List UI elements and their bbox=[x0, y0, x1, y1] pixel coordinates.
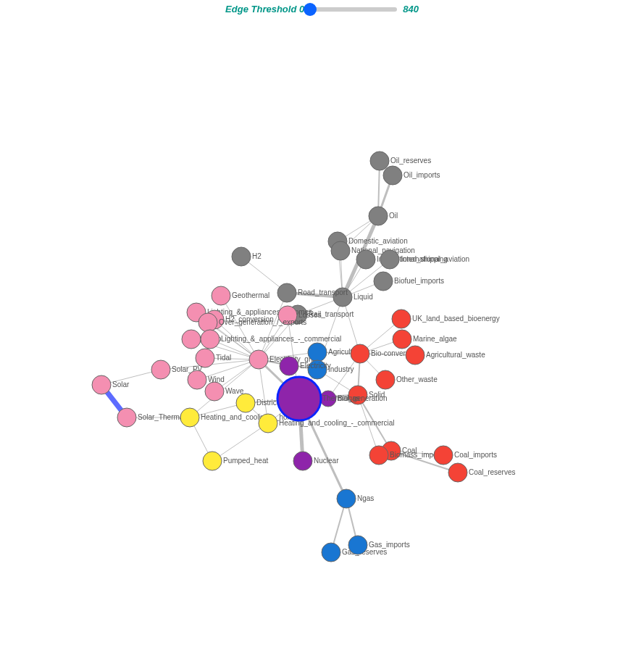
node-label: Agricultural_waste bbox=[426, 351, 485, 359]
node-label: Oil_imports bbox=[403, 171, 440, 179]
node-label: Solid bbox=[369, 391, 385, 399]
node-Agriculture[interactable] bbox=[308, 343, 327, 362]
node-H2[interactable] bbox=[232, 247, 251, 266]
node-Coal_imports[interactable] bbox=[434, 446, 453, 465]
node-label: Oil bbox=[389, 212, 398, 220]
node-Oil_imports[interactable] bbox=[383, 166, 402, 185]
node-Solid[interactable] bbox=[348, 386, 367, 404]
node-Lighting_&_appliances_-_commercial[interactable] bbox=[201, 330, 219, 349]
node-Electricity[interactable] bbox=[280, 357, 298, 375]
node-Thermal_generation[interactable] bbox=[277, 377, 321, 420]
node-label: UK_land_based_bioenergy bbox=[412, 315, 500, 323]
node-Solar_PV[interactable] bbox=[151, 360, 170, 379]
node-Oil_reserves[interactable] bbox=[370, 151, 389, 170]
node-label: Coal_imports bbox=[454, 451, 497, 459]
node-Biogas[interactable] bbox=[320, 391, 336, 407]
node-District_heating[interactable] bbox=[236, 394, 255, 412]
node-Wind[interactable] bbox=[188, 370, 206, 389]
node-Heating_and_cooling_-_commercial[interactable] bbox=[259, 414, 277, 433]
node-label: Coal_reserves bbox=[469, 468, 515, 476]
node-label: H2_conversion bbox=[225, 315, 274, 323]
node-label: Solar_Thermal bbox=[138, 413, 185, 421]
node-Geothermal[interactable] bbox=[212, 286, 230, 305]
node-Gas_reserves[interactable] bbox=[322, 543, 340, 562]
node-Losses[interactable] bbox=[278, 306, 297, 325]
node-Oil[interactable] bbox=[369, 207, 388, 225]
node-Biomass_imports[interactable] bbox=[369, 446, 388, 465]
edge bbox=[259, 293, 287, 360]
node-Agricultural_waste[interactable] bbox=[406, 346, 425, 365]
node-Liquid[interactable] bbox=[333, 288, 352, 307]
node-label: Domestic_aviation bbox=[348, 237, 408, 245]
node-UK_land_based_bioenergy[interactable] bbox=[392, 309, 411, 328]
node-Heating_and_cooling_-_homes[interactable] bbox=[180, 408, 199, 427]
node-Solar[interactable] bbox=[92, 375, 111, 394]
node-Industry[interactable] bbox=[308, 360, 327, 379]
node-Solar_Thermal[interactable] bbox=[117, 408, 136, 427]
node-Ngas[interactable] bbox=[337, 489, 356, 508]
node-Coal_reserves[interactable] bbox=[448, 463, 467, 482]
node-Tidal[interactable] bbox=[196, 349, 214, 367]
node-Road_transport[interactable] bbox=[277, 283, 296, 302]
node-Pumped_heat[interactable] bbox=[203, 452, 222, 470]
node-National_navigation[interactable] bbox=[331, 241, 350, 260]
node-label: Geothermal bbox=[232, 291, 269, 299]
edge bbox=[212, 423, 268, 461]
node-Hydro[interactable] bbox=[182, 330, 201, 349]
node-label: Other_waste bbox=[396, 375, 438, 383]
node-International_aviation[interactable] bbox=[380, 250, 399, 269]
node-Biofuel_imports[interactable] bbox=[374, 272, 393, 291]
node-label: Liquid bbox=[354, 293, 373, 301]
node-label: Pumped_heat bbox=[223, 457, 268, 465]
node-label: Industry bbox=[328, 365, 354, 373]
node-Bio-conversion[interactable] bbox=[351, 344, 369, 363]
node-label: Gas_imports bbox=[369, 541, 410, 549]
node-International_shipping[interactable] bbox=[356, 250, 375, 269]
edges-layer bbox=[101, 161, 458, 552]
node-label: H2 bbox=[252, 252, 262, 260]
node-label: Marine_algae bbox=[413, 335, 457, 343]
node-label: Tidal bbox=[216, 354, 231, 362]
node-Nuclear[interactable] bbox=[293, 452, 312, 470]
node-label: Wave bbox=[225, 387, 244, 395]
node-Electricity_grid[interactable] bbox=[249, 350, 268, 369]
node-label: Oil_reserves bbox=[390, 157, 431, 165]
node-Marine_algae[interactable] bbox=[393, 330, 411, 349]
node-label: Ngas bbox=[357, 494, 374, 502]
node-Other_waste[interactable] bbox=[376, 370, 395, 389]
node-label: International_aviation bbox=[401, 255, 469, 263]
network-graph[interactable]: Oil_reservesOil_importsOilDomestic_aviat… bbox=[0, 0, 644, 669]
node-Wave[interactable] bbox=[205, 382, 224, 401]
node-Over_generation_/_exports[interactable] bbox=[198, 313, 217, 332]
node-label: Biofuel_imports bbox=[394, 277, 444, 285]
nodes-layer: Oil_reservesOil_importsOilDomestic_aviat… bbox=[92, 151, 515, 562]
node-Gas_imports[interactable] bbox=[348, 536, 367, 554]
